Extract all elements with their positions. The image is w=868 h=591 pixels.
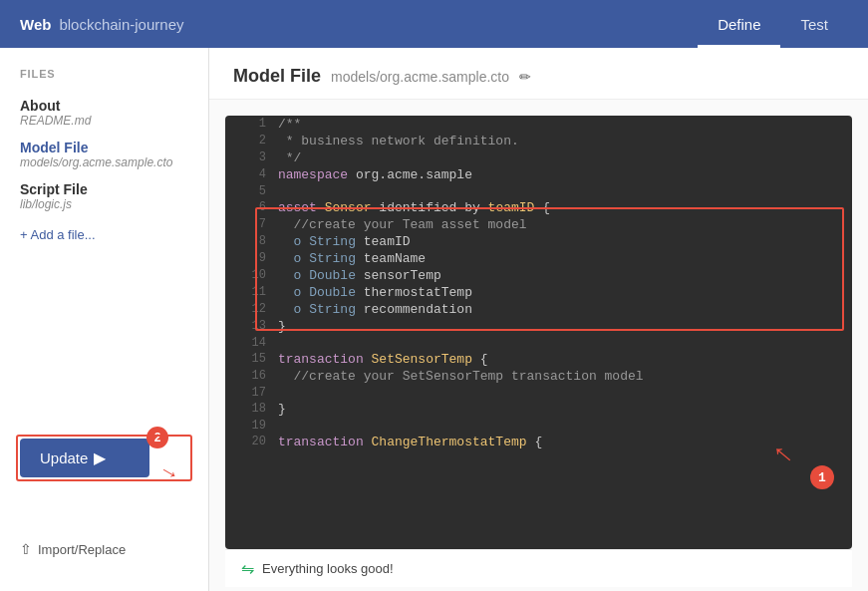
line-code: [278, 335, 852, 351]
table-row: 13 }: [225, 318, 852, 335]
content-title: Model File models/org.acme.sample.cto ✏: [233, 66, 844, 87]
table-row: 8 o String teamID: [225, 233, 852, 250]
line-code: }: [278, 401, 852, 418]
header-logo: Web: [20, 16, 51, 33]
line-number: 19: [225, 418, 278, 434]
table-row: 9 o String teamName: [225, 250, 852, 267]
line-number: 2: [225, 133, 278, 149]
table-row: 6 asset Sensor identified by teamID {: [225, 199, 852, 216]
arrow-annotation-2: →: [153, 455, 185, 489]
line-number: 18: [225, 401, 278, 418]
line-number: 6: [225, 199, 278, 216]
table-row: 3 */: [225, 149, 852, 166]
line-code: [278, 385, 852, 401]
line-number: 14: [225, 335, 278, 351]
table-row: 17: [225, 385, 852, 401]
header-title: blockchain-journey: [59, 16, 183, 33]
sidebar-footer: 2 → Update ▶: [0, 439, 208, 497]
table-row: 19: [225, 418, 852, 434]
sidebar-item-about[interactable]: About README.md: [0, 92, 208, 134]
line-code: o Double sensorTemp: [278, 267, 852, 284]
line-number: 15: [225, 351, 278, 368]
line-number: 16: [225, 368, 278, 385]
line-number: 8: [225, 233, 278, 250]
table-row: 1 /**: [225, 116, 852, 133]
sidebar-item-script[interactable]: Script File lib/logic.js: [0, 175, 208, 217]
update-btn-container: 2 → Update ▶: [20, 439, 188, 477]
line-number: 11: [225, 284, 278, 301]
line-code: [278, 418, 852, 434]
line-code: */: [278, 149, 852, 166]
line-code: asset Sensor identified by teamID {: [278, 199, 852, 216]
code-table: 1 /** 2 * business network definition. 3…: [225, 116, 852, 450]
header: Web blockchain-journey Define Test: [0, 0, 868, 48]
header-tabs: Define Test: [698, 0, 848, 48]
line-number: 10: [225, 267, 278, 284]
table-row: 16 //create your SetSensorTemp transacti…: [225, 368, 852, 385]
line-code: transaction SetSensorTemp {: [278, 351, 852, 368]
sidebar: FILES About README.md Model File models/…: [0, 48, 209, 591]
table-row: 14: [225, 335, 852, 351]
content-header: Model File models/org.acme.sample.cto ✏: [209, 48, 868, 100]
sidebar-item-model-title: Model File: [20, 140, 188, 155]
table-row: 10 o Double sensorTemp: [225, 267, 852, 284]
sidebar-item-script-title: Script File: [20, 181, 188, 197]
line-number: 9: [225, 250, 278, 267]
line-number: 13: [225, 318, 278, 335]
line-number: 4: [225, 166, 278, 183]
line-code: /**: [278, 116, 852, 133]
sidebar-item-script-subtitle: lib/logic.js: [20, 197, 188, 211]
table-row: 2 * business network definition.: [225, 133, 852, 149]
line-code: o Double thermostatTemp: [278, 284, 852, 301]
update-btn-arrow-icon: ▶: [94, 448, 106, 467]
line-code: }: [278, 318, 852, 335]
table-row: 11 o Double thermostatTemp: [225, 284, 852, 301]
tab-test[interactable]: Test: [780, 0, 848, 48]
status-bar: ⇋ Everything looks good!: [225, 549, 852, 587]
line-code: //create your Team asset model: [278, 216, 852, 233]
table-row: 20 transaction ChangeThermostatTemp {: [225, 434, 852, 450]
sidebar-item-model[interactable]: Model File models/org.acme.sample.cto: [0, 134, 208, 175]
files-section-label: FILES: [0, 68, 208, 80]
line-code: o String recommendation: [278, 301, 852, 318]
line-code: //create your SetSensorTemp transaction …: [278, 368, 852, 385]
update-button[interactable]: Update ▶: [20, 439, 149, 477]
sidebar-item-about-title: About: [20, 98, 188, 114]
edit-icon[interactable]: ✏: [519, 69, 531, 85]
import-icon: ⇧: [20, 541, 32, 557]
table-row: 15 transaction SetSensorTemp {: [225, 351, 852, 368]
annotation-badge-2: 2: [146, 427, 168, 448]
line-code: namespace org.acme.sample: [278, 166, 852, 183]
line-number: 12: [225, 301, 278, 318]
table-row: 7 //create your Team asset model: [225, 216, 852, 233]
status-icon: ⇋: [241, 559, 254, 578]
status-message: Everything looks good!: [262, 561, 394, 576]
sidebar-item-model-subtitle: models/org.acme.sample.cto: [20, 155, 188, 169]
tab-define[interactable]: Define: [698, 0, 780, 48]
content-area: Model File models/org.acme.sample.cto ✏ …: [209, 48, 868, 591]
line-number: 20: [225, 434, 278, 450]
line-number: 3: [225, 149, 278, 166]
add-file-link[interactable]: + Add a file...: [0, 217, 208, 252]
content-title-path: models/org.acme.sample.cto: [331, 69, 509, 85]
main: FILES About README.md Model File models/…: [0, 48, 868, 591]
annotation-badge-1: 1: [810, 465, 834, 489]
sidebar-item-about-subtitle: README.md: [20, 114, 188, 128]
table-row: 18 }: [225, 401, 852, 418]
line-code: o String teamName: [278, 250, 852, 267]
line-number: 5: [225, 183, 278, 199]
table-row: 12 o String recommendation: [225, 301, 852, 318]
line-code: * business network definition.: [278, 133, 852, 149]
table-row: 5: [225, 183, 852, 199]
line-number: 7: [225, 216, 278, 233]
line-number: 17: [225, 385, 278, 401]
line-code: o String teamID: [278, 233, 852, 250]
code-editor[interactable]: 1 /** 2 * business network definition. 3…: [225, 116, 852, 549]
content-title-main: Model File: [233, 66, 321, 87]
line-code: transaction ChangeThermostatTemp {: [278, 434, 852, 450]
line-number: 1: [225, 116, 278, 133]
line-code: [278, 183, 852, 199]
code-editor-wrapper: 1 /** 2 * business network definition. 3…: [225, 116, 852, 591]
table-row: 4 namespace org.acme.sample: [225, 166, 852, 183]
import-replace-link[interactable]: ⇧ Import/Replace: [0, 533, 208, 565]
